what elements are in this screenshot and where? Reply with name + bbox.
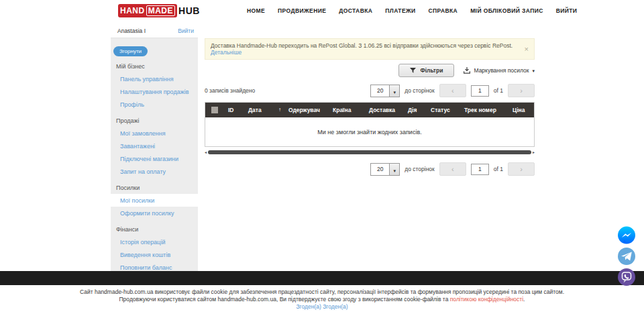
scrollbar-thumb[interactable] xyxy=(208,150,531,154)
cookie-line-2-text: Продовжуючи користуватися сайтом handmad… xyxy=(119,296,450,303)
select-all-checkbox[interactable] xyxy=(211,107,218,113)
download-tray-icon xyxy=(464,67,470,74)
col-recipient[interactable]: Одержувач xyxy=(284,107,329,113)
nav-item-account[interactable]: МІЙ ОБЛІКОВИЙ ЗАПИС xyxy=(470,7,543,14)
pagination-top: 0 записів знайдено 20 до сторінок ‹ of 1… xyxy=(205,84,535,97)
col-id[interactable]: ID xyxy=(224,107,244,113)
banner-text: Доставка Handmade-Hub переходить на RePo… xyxy=(211,42,519,56)
banner-details-link[interactable]: Детальніше xyxy=(211,49,241,56)
sidebar-logout-link[interactable]: Вийти xyxy=(178,28,194,34)
per-page-label: до сторінок xyxy=(405,87,435,94)
parcel-marking-label: Маркування посилок xyxy=(474,67,529,74)
close-icon[interactable]: × xyxy=(519,45,529,53)
logo-text-made: MADE xyxy=(146,5,175,16)
scroll-left-icon[interactable] xyxy=(205,150,207,154)
col-country[interactable]: Країна xyxy=(329,107,365,113)
pager-controls-bottom: 20 до сторінок ‹ of 1 › xyxy=(370,162,535,176)
page-number-input[interactable] xyxy=(471,85,489,97)
privacy-policy-link[interactable]: політикою конфіденційності xyxy=(450,296,523,303)
col-date-label: Дата xyxy=(248,107,262,113)
nav-item-payments[interactable]: ПЛАТЕЖИ xyxy=(385,7,415,14)
sidebar-panel: Згорнути Мій бізнес Панель управління На… xyxy=(111,38,198,284)
col-price[interactable]: Ціна xyxy=(508,107,531,113)
page-size-value: 20 xyxy=(371,164,389,175)
user-name: Anastasia I xyxy=(117,28,146,34)
sidebar-item-create-parcel[interactable]: Оформити посилку xyxy=(111,207,198,219)
handmade-hub-logo[interactable]: HAND MADE HUB xyxy=(118,4,200,17)
main-nav: HOME ПРОДВИЖЕНИЕ ДОСТАВКА ПЛАТЕЖИ СПРАВК… xyxy=(247,7,577,14)
prev-page-button-bottom[interactable]: ‹ xyxy=(439,162,466,176)
sidebar-item-sales-settings[interactable]: Налаштування продажів xyxy=(111,85,198,98)
chevron-down-icon xyxy=(393,163,396,175)
pager-controls-top: 20 до сторінок ‹ of 1 › xyxy=(370,84,535,97)
sidebar-item-profile[interactable]: Профіль xyxy=(111,98,198,111)
select-caret-button[interactable] xyxy=(389,164,399,175)
chevron-down-icon xyxy=(532,67,535,74)
logo-red-box: HAND MADE xyxy=(118,4,177,17)
page-number-input-bottom[interactable] xyxy=(471,164,489,175)
logo-text-hub: HUB xyxy=(178,5,200,16)
sidebar: Anastasia I Вийти Згорнути Мій бізнес Па… xyxy=(111,25,198,284)
page-size-value: 20 xyxy=(371,85,389,97)
viber-icon[interactable] xyxy=(617,268,636,286)
messenger-icon[interactable] xyxy=(617,226,636,245)
sidebar-item-my-orders[interactable]: Мої замовлення xyxy=(111,127,198,140)
page-of-label: of 1 xyxy=(494,166,503,172)
notification-banner: Доставка Handmade-Hub переходить на RePo… xyxy=(205,38,535,60)
sidebar-item-dashboard[interactable]: Панель управління xyxy=(111,72,198,85)
pagination-bottom: 20 до сторінок ‹ of 1 › xyxy=(205,162,535,176)
sidebar-section-my-business: Мій бізнес xyxy=(111,56,198,72)
nav-item-help[interactable]: СПРАВКА xyxy=(429,7,458,14)
parcel-marking-button[interactable]: Маркування посилок xyxy=(464,67,535,74)
sidebar-section-finance: Фінанси xyxy=(111,219,198,235)
table-empty-message: Ми не змогли знайти жодних записів. xyxy=(205,117,534,146)
agree-link-2[interactable]: Згоден(а) xyxy=(323,303,347,310)
nav-item-logout[interactable]: ВИЙТИ xyxy=(556,7,578,14)
page-of-label: of 1 xyxy=(494,87,503,94)
horizontal-scrollbar xyxy=(205,150,535,154)
nav-item-home[interactable]: HOME xyxy=(247,7,265,14)
sidebar-item-uploaded[interactable]: Завантажені xyxy=(111,140,198,152)
top-header: HAND MADE HUB HOME ПРОДВИЖЕНИЕ ДОСТАВКА … xyxy=(0,0,644,24)
sidebar-item-my-parcels[interactable]: Мої посилки xyxy=(111,194,198,207)
chat-widgets xyxy=(617,226,636,286)
per-page-label: до сторінок xyxy=(405,166,435,172)
main-content: Доставка Handmade-Hub переходить на RePo… xyxy=(205,25,535,284)
col-status[interactable]: Статус xyxy=(427,107,460,113)
sidebar-section-sales: Продажі xyxy=(111,111,198,127)
funnel-icon xyxy=(410,68,416,74)
toolbar: Фільтри Маркування посилок xyxy=(205,64,535,77)
prev-page-button[interactable]: ‹ xyxy=(439,84,466,97)
cookie-line-2-suffix: . xyxy=(523,296,525,303)
records-found-text: 0 записів знайдено xyxy=(205,87,255,94)
scroll-right-icon[interactable] xyxy=(533,150,535,154)
chevron-down-icon xyxy=(393,85,396,97)
sidebar-item-connected-stores[interactable]: Підключені магазини xyxy=(111,152,198,165)
table-header-row: ID Дата ↑ Одержувач Країна Доставка Дія … xyxy=(205,103,534,117)
telegram-icon[interactable] xyxy=(617,247,636,266)
cookie-line-1: Сайт handmade-hub.com.ua використовує фа… xyxy=(0,288,644,296)
col-date[interactable]: Дата ↑ xyxy=(244,107,284,113)
next-page-button[interactable]: › xyxy=(508,84,535,97)
page-body: Anastasia I Вийти Згорнути Мій бізнес Па… xyxy=(111,25,535,284)
page-size-select[interactable]: 20 xyxy=(370,85,400,97)
col-action[interactable]: Дія xyxy=(404,107,427,113)
select-caret-button[interactable] xyxy=(389,85,399,97)
agree-link-1[interactable]: Згоден(а) xyxy=(296,303,321,310)
footer-divider-bar xyxy=(0,271,644,285)
collapse-button[interactable]: Згорнути xyxy=(113,46,148,56)
sort-ascending-icon[interactable]: ↑ xyxy=(278,107,281,113)
nav-item-delivery[interactable]: ДОСТАВКА xyxy=(339,7,372,14)
page-size-select-bottom[interactable]: 20 xyxy=(370,163,400,176)
col-delivery[interactable]: Доставка xyxy=(365,107,404,113)
sidebar-item-withdraw-funds[interactable]: Виведення коштів xyxy=(111,248,198,261)
sidebar-item-operation-history[interactable]: Історія операцій xyxy=(111,235,198,248)
parcels-table: ID Дата ↑ Одержувач Країна Доставка Дія … xyxy=(205,102,535,147)
filters-button[interactable]: Фільтри xyxy=(398,64,454,77)
sidebar-item-payment-request[interactable]: Запит на оплату xyxy=(111,165,198,178)
next-page-button-bottom[interactable]: › xyxy=(508,162,535,176)
nav-item-promotion[interactable]: ПРОДВИЖЕНИЕ xyxy=(278,7,326,14)
sidebar-section-parcels: Посилки xyxy=(111,178,198,194)
col-track-number[interactable]: Трек номер xyxy=(460,107,508,113)
filters-button-label: Фільтри xyxy=(420,67,443,74)
